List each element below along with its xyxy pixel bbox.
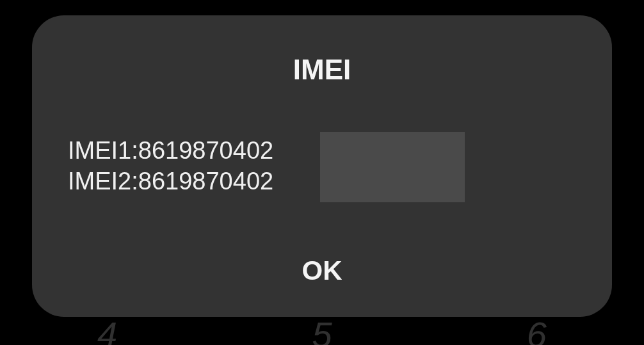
dialog-title: IMEI — [68, 54, 576, 86]
keypad-digit: 6 — [527, 314, 547, 345]
redaction-overlay — [320, 132, 465, 202]
dialog-content: IMEI1:8619870402 IMEI2:8619870402 — [68, 136, 576, 249]
imei2-label: IMEI2: — [68, 168, 138, 195]
imei2-value: 8619870402 — [138, 168, 273, 195]
keypad-digit: 4 — [97, 314, 117, 345]
ok-button[interactable]: OK — [68, 249, 576, 291]
imei1-label: IMEI1: — [68, 137, 138, 164]
imei-dialog: IMEI IMEI1:8619870402 IMEI2:8619870402 O… — [32, 15, 612, 317]
imei1-value: 8619870402 — [138, 137, 273, 164]
keypad-background: 4 5 6 — [0, 314, 644, 345]
keypad-digit: 5 — [312, 314, 332, 345]
